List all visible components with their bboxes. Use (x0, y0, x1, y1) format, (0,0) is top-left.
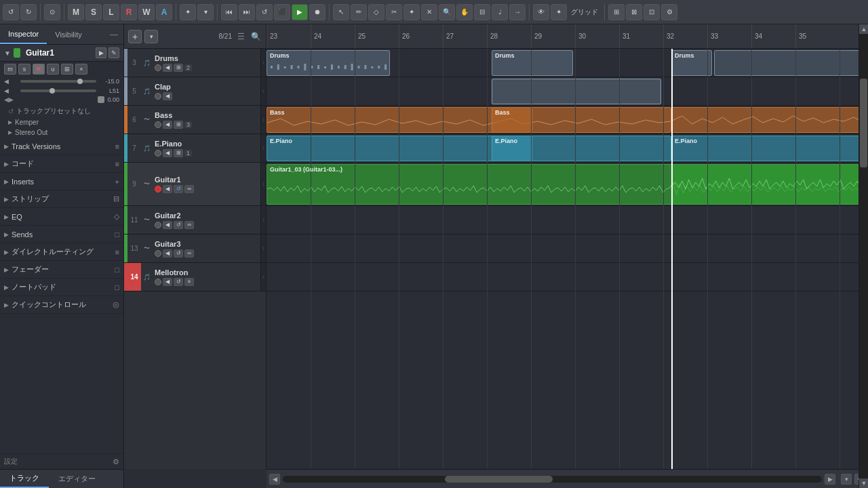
guitar3-chain-btn[interactable]: ∞ (184, 249, 194, 258)
guitar2-rec-dot[interactable] (155, 222, 161, 228)
zoom-tool[interactable]: 🔍 (439, 4, 455, 20)
clap-resize[interactable]: ↕ (260, 77, 266, 105)
play-button[interactable]: ▶ (292, 4, 308, 20)
draw-tool[interactable]: ✏ (351, 4, 367, 20)
clip-drums-4[interactable] (714, 50, 863, 76)
arrow-right[interactable]: → (509, 4, 526, 20)
timeline-ruler[interactable]: 23 24 25 26 27 28 29 30 31 32 33 34 35 (267, 24, 868, 49)
epiano-rec-dot[interactable] (155, 150, 161, 157)
mute-tool[interactable]: ♩ (492, 4, 508, 20)
clip-drums-2[interactable]: Drums (492, 50, 573, 76)
guitar1-rec-dot[interactable] (155, 186, 161, 192)
section-quick-controls[interactable]: ▶ クイックコントロール ◎ (0, 296, 123, 314)
epiano-resize[interactable]: ↕ (260, 134, 266, 162)
vol-arrow[interactable]: ◀ (4, 78, 18, 85)
mode-w-button[interactable]: W (138, 4, 155, 20)
mellotron-rec-dot[interactable] (155, 279, 161, 285)
insp-volume-slider[interactable] (20, 80, 96, 83)
forward-button[interactable]: ⏭ (239, 4, 255, 20)
zoom-settings-btn[interactable]: ▾ (841, 474, 852, 485)
undo-button[interactable]: ↺ (3, 4, 19, 20)
insp-r-btn[interactable]: R (33, 64, 45, 75)
drums-grid-icon[interactable]: ⊞ (174, 64, 183, 72)
clip-drums-1[interactable]: Drums (267, 50, 390, 76)
add-track-button[interactable]: + (128, 30, 142, 43)
vscroll-up-btn[interactable]: ▲ (859, 24, 868, 34)
bottom-tab-track[interactable]: トラック (0, 470, 49, 488)
guitar3-arrow-btn[interactable]: ◀ (163, 249, 172, 258)
dropdown-button[interactable]: ▾ (197, 4, 214, 20)
stop-button[interactable]: ⬛ (274, 4, 290, 20)
insp-stereoout-item[interactable]: ▶ Stereo Out (0, 127, 123, 138)
hscroll-thumb[interactable] (445, 476, 553, 483)
split-tool[interactable]: ⊟ (474, 4, 490, 20)
select-tool[interactable]: ↖ (333, 4, 349, 20)
view-btn3[interactable]: ⊡ (644, 4, 660, 20)
epiano-arrow-btn[interactable]: ◀ (163, 149, 172, 157)
vscroll-thumb[interactable] (860, 79, 867, 167)
section-track-versions[interactable]: ▶ Track Versions ≡ (0, 138, 123, 155)
bass-rec-dot[interactable] (155, 121, 161, 128)
guitar3-rec-dot[interactable] (155, 250, 161, 257)
mode-l-button[interactable]: L (103, 4, 119, 20)
guitar3-loop-btn[interactable]: ↺ (174, 249, 183, 258)
redo-button[interactable]: ↻ (20, 4, 37, 20)
insp-x-btn[interactable]: × (75, 64, 87, 75)
section-code[interactable]: ▶ コード ≡ (0, 155, 123, 173)
clip-drums-3[interactable]: Drums (671, 50, 712, 76)
cursor-button[interactable]: ✦ (180, 4, 196, 20)
erase-tool[interactable]: ◇ (368, 4, 384, 20)
mode-m-button[interactable]: M (68, 4, 84, 20)
glue-tool[interactable]: ✦ (403, 4, 420, 20)
section-fader[interactable]: ▶ フェーダー □ (0, 261, 123, 279)
clip-clap-1[interactable] (492, 79, 661, 104)
vscroll-track[interactable] (859, 34, 868, 479)
drums-resize[interactable]: ↕ (260, 49, 266, 77)
rewind-button[interactable]: ⏮ (221, 4, 237, 20)
guitar1-chain-btn[interactable]: ∞ (184, 185, 194, 193)
view-btn2[interactable]: ⊠ (626, 4, 642, 20)
bottom-tab-editor[interactable]: エディター (49, 470, 105, 488)
scroll-left-btn[interactable]: ◀ (269, 474, 280, 485)
section-direct-routing[interactable]: ▶ ダイレクトルーティング ≡ (0, 243, 123, 261)
hand-tool[interactable]: ✋ (456, 4, 473, 20)
section-inserts[interactable]: ▶ Inserts + (0, 173, 123, 190)
clip-bass-1[interactable]: Bass (267, 107, 671, 133)
undo2-button[interactable]: ↺ (256, 4, 273, 20)
bass-grid-icon[interactable]: ⊞ (174, 121, 183, 129)
mellotron-resize[interactable]: ↕ (260, 263, 266, 291)
bass-arrow-btn[interactable]: ◀ (163, 121, 172, 129)
inspector-close-icon[interactable]: — (108, 29, 119, 40)
mode-r-button[interactable]: R (121, 4, 137, 20)
mode-a-button[interactable]: A (156, 4, 172, 20)
guitar1-resize[interactable]: ↕ (260, 163, 266, 205)
mode-s-button[interactable]: S (85, 4, 102, 20)
hscroll-track[interactable] (283, 476, 822, 483)
insp-kemper-item[interactable]: ▶ Kemper (0, 117, 123, 127)
bass-resize[interactable]: ↕ (260, 106, 266, 134)
settings-button[interactable]: ⚙ (661, 4, 677, 20)
tab-inspector[interactable]: Inspector (0, 24, 47, 44)
insp-grid-btn[interactable]: ⊞ (61, 64, 73, 75)
insp-pan-slider[interactable] (20, 89, 96, 92)
fx-button[interactable]: ✦ (551, 4, 567, 20)
pan-arrow[interactable]: ◀ (4, 87, 18, 94)
timeline-content[interactable]: Drums Drums Drums (267, 49, 868, 469)
drums-arrow-btn[interactable]: ◀ (163, 64, 172, 72)
close-tool[interactable]: ✕ (421, 4, 437, 20)
scroll-right-btn[interactable]: ▶ (825, 474, 835, 485)
epiano-grid-icon[interactable]: ⊞ (174, 149, 183, 157)
clip-bass-3[interactable] (671, 107, 861, 133)
track-edit-icon[interactable]: ✎ (108, 47, 119, 58)
guitar1-loop-btn[interactable]: ↺ (174, 185, 183, 193)
track-expand-arrow[interactable]: ▼ (4, 49, 11, 57)
guitar2-arrow-btn[interactable]: ◀ (163, 221, 172, 229)
insp-u-btn[interactable]: u (47, 64, 59, 75)
clip-epiano-3[interactable]: E.Piano (671, 136, 861, 161)
clap-arrow-btn[interactable]: ◀ (163, 92, 172, 100)
settings-gear-icon[interactable]: ⚙ (113, 458, 119, 466)
clip-epiano-2[interactable]: E.Piano (492, 136, 532, 161)
cut-tool[interactable]: ✂ (386, 4, 402, 20)
clip-bass-2[interactable]: Bass (492, 107, 532, 133)
record-button[interactable]: ⏺ (309, 4, 326, 20)
